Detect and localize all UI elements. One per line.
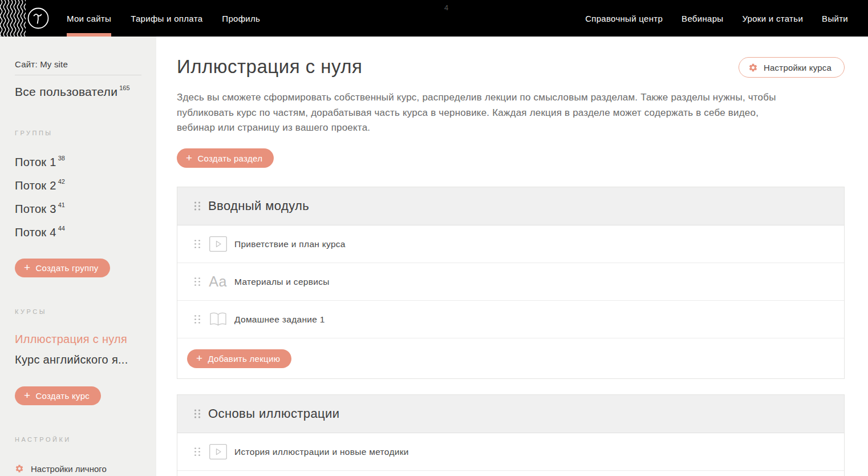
text-icon: Aa <box>209 273 227 290</box>
nav-item-profile[interactable]: Профиль <box>222 0 260 37</box>
drag-handle-icon[interactable] <box>194 410 200 418</box>
plus-icon: + <box>186 152 192 163</box>
overflow-count: 4 <box>444 3 448 12</box>
gear-icon <box>15 464 24 473</box>
sidebar: Сайт: My site Все пользователи165 ГРУППЫ… <box>0 37 156 476</box>
gear-icon <box>748 63 758 72</box>
courses-heading: КУРСЫ <box>15 308 141 315</box>
create-group-label: Создать группу <box>35 263 98 273</box>
drag-handle-icon[interactable] <box>194 277 200 286</box>
nav-item-webinars[interactable]: Вебинары <box>682 0 723 37</box>
settings-heading: НАСТРОЙКИ <box>15 436 141 443</box>
all-users-count: 165 <box>119 84 129 91</box>
main-header: Иллюстрация с нуля Настройки курса <box>177 56 845 78</box>
navbar-left-menu: Мои сайты Тарифы и оплата Профиль <box>67 0 260 37</box>
all-users-label: Все пользователи <box>15 85 117 98</box>
sidebar-item-all-users[interactable]: Все пользователи165 <box>15 85 141 99</box>
section-footer: + Добавить лекцию <box>177 338 844 378</box>
group-list: Поток 138 Поток 242 Поток 341 Поток 444 <box>15 149 141 243</box>
groups-heading: ГРУППЫ <box>15 130 141 136</box>
course-settings-button[interactable]: Настройки курса <box>739 57 845 78</box>
book-icon <box>209 312 227 326</box>
lesson-row[interactable]: Приветствие и план курса <box>177 225 844 263</box>
video-icon <box>209 236 227 252</box>
course-description: Здесь вы сможете сформировать собственны… <box>177 90 781 136</box>
navbar-right-menu: Справочный центр Вебинары Уроки и статьи… <box>585 0 848 37</box>
add-lesson-label: Добавить лекцию <box>208 354 280 364</box>
lesson-title: История иллюстрации и новые методики <box>234 447 409 457</box>
nav-item-logout[interactable]: Выйти <box>822 0 848 37</box>
lesson-row[interactable]: Aa Материалы и сервисы <box>177 263 844 301</box>
plus-icon: + <box>24 390 30 401</box>
drag-handle-icon[interactable] <box>194 447 200 456</box>
sidebar-item-account-settings[interactable]: Настройки личного кабинета <box>15 463 129 476</box>
lesson-row[interactable]: История иллюстрации и новые методики <box>177 433 844 471</box>
section-header: Основы иллюстрации <box>177 395 844 433</box>
plus-icon: + <box>24 262 30 273</box>
sidebar-item-group-4[interactable]: Поток 444 <box>15 219 141 243</box>
course-section: Основы иллюстрации История иллюстрации и… <box>177 394 845 476</box>
create-section-label: Создать раздел <box>197 154 262 163</box>
sidebar-item-group-3[interactable]: Поток 341 <box>15 196 141 219</box>
course-section: Вводный модуль Приветствие и план курса … <box>177 187 845 379</box>
drag-handle-icon[interactable] <box>194 202 200 211</box>
create-group-button[interactable]: + Создать группу <box>15 259 110 277</box>
group-label: Поток 3 <box>15 203 56 215</box>
page-title: Иллюстрация с нуля <box>177 56 362 78</box>
group-count: 38 <box>58 155 65 162</box>
clipped-lesson-row <box>177 471 844 476</box>
video-icon <box>209 444 227 459</box>
course-settings-label: Настройки курса <box>764 63 832 72</box>
drag-handle-icon[interactable] <box>194 240 200 248</box>
lesson-title: Приветствие и план курса <box>234 239 346 249</box>
group-count: 44 <box>58 225 65 232</box>
group-count: 41 <box>58 201 65 208</box>
create-course-label: Создать курс <box>35 391 90 401</box>
sidebar-item-group-2[interactable]: Поток 242 <box>15 172 141 196</box>
group-count: 42 <box>58 178 65 185</box>
nav-item-lessons-articles[interactable]: Уроки и статьи <box>742 0 803 37</box>
create-section-button[interactable]: + Создать раздел <box>177 148 274 168</box>
section-title: Вводный модуль <box>208 199 309 213</box>
sidebar-item-group-1[interactable]: Поток 138 <box>15 149 141 172</box>
group-label: Поток 1 <box>15 156 56 168</box>
nav-item-tariffs[interactable]: Тарифы и оплата <box>131 0 202 37</box>
top-navbar: 4 Мои сайты Тарифы и оплата Профиль Спра… <box>0 0 868 37</box>
sidebar-item-course-illustration[interactable]: Иллюстрация с нуля <box>15 329 141 350</box>
nav-item-help-center[interactable]: Справочный центр <box>585 0 663 37</box>
course-list: Иллюстрация с нуля Курс английского я... <box>15 329 141 370</box>
lesson-title: Материалы и сервисы <box>234 277 330 287</box>
add-lesson-button[interactable]: + Добавить лекцию <box>187 349 291 368</box>
main-content: Иллюстрация с нуля Настройки курса Здесь… <box>156 37 868 476</box>
drag-handle-icon[interactable] <box>194 315 200 324</box>
nav-item-my-sites[interactable]: Мои сайты <box>67 0 111 37</box>
group-label: Поток 4 <box>15 226 56 239</box>
group-label: Поток 2 <box>15 179 56 192</box>
section-header: Вводный модуль <box>177 187 844 225</box>
create-course-button[interactable]: + Создать курс <box>15 386 101 405</box>
sidebar-item-course-english[interactable]: Курс английского я... <box>15 349 141 370</box>
section-title: Основы иллюстрации <box>208 406 340 421</box>
tilda-logo[interactable] <box>27 7 49 29</box>
plus-icon: + <box>196 353 202 364</box>
zigzag-pattern-decoration <box>0 0 26 37</box>
lesson-title: Домашнее задание 1 <box>234 314 325 325</box>
site-label: Сайт: My site <box>15 59 141 75</box>
lesson-row[interactable]: Домашнее задание 1 <box>177 301 844 338</box>
account-settings-label: Настройки личного кабинета <box>31 463 129 476</box>
